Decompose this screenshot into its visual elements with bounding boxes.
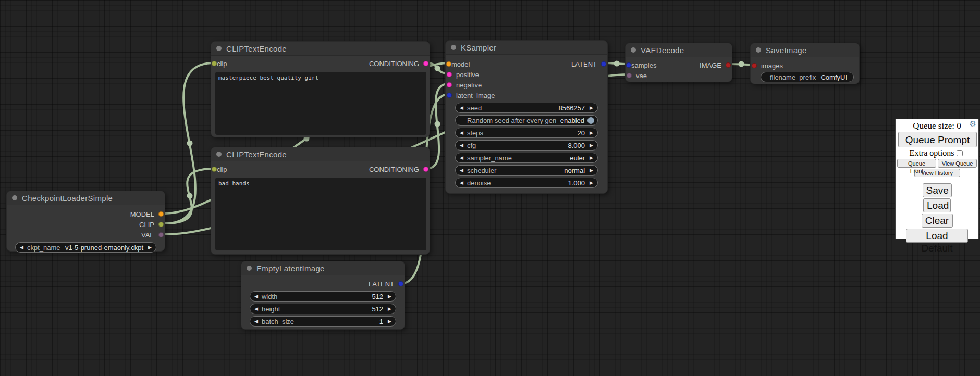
input-port-clip[interactable] (212, 167, 217, 172)
clear-button[interactable]: Clear (922, 214, 953, 228)
node-collapse-dot-icon[interactable] (216, 46, 222, 51)
sampler-name-combo-widget[interactable]: ◀ sampler_name euler ▶ (455, 153, 598, 163)
output-port-model[interactable] (158, 211, 164, 217)
combo-next-icon[interactable]: ▶ (590, 168, 593, 173)
node-clip-text-encode-negative[interactable]: CLIPTextEncode clip CONDITIONING bad han… (211, 147, 430, 255)
increment-icon[interactable]: ▶ (388, 294, 391, 299)
view-history-button[interactable]: View History (914, 169, 960, 177)
scheduler-combo-widget[interactable]: ◀ scheduler normal ▶ (455, 165, 598, 176)
decrement-icon[interactable]: ◀ (460, 143, 463, 148)
input-port-vae[interactable] (627, 73, 632, 78)
output-port-clip[interactable] (158, 222, 164, 227)
node-title-bar[interactable]: SaveImage (751, 43, 859, 57)
decrement-icon[interactable]: ◀ (460, 131, 463, 135)
node-title-bar[interactable]: CLIPTextEncode (211, 147, 430, 161)
ckpt-name-combo-widget[interactable]: ◀ ckpt_name v1-5-pruned-emaonly.ckpt ▶ (15, 242, 156, 253)
load-default-button[interactable]: Load Default (906, 229, 968, 243)
widget-value: 8.000 (568, 142, 585, 149)
node-empty-latent-image[interactable]: EmptyLatentImage LATENT ◀ width 512 ▶ ◀ … (241, 261, 405, 330)
denoise-number-widget[interactable]: ◀ denoise 1.000 ▶ (455, 178, 598, 188)
output-row-clip: CLIP (7, 219, 165, 230)
widget-value: 8566257 (558, 104, 585, 112)
output-port-latent[interactable] (398, 281, 403, 286)
node-title: KSampler (461, 43, 496, 52)
node-collapse-dot-icon[interactable] (216, 152, 222, 157)
decrement-icon[interactable]: ◀ (254, 319, 258, 324)
node-title-bar[interactable]: EmptyLatentImage (241, 261, 405, 275)
view-queue-button[interactable]: View Queue (938, 159, 977, 168)
node-title-bar[interactable]: CheckpointLoaderSimple (7, 191, 165, 205)
negative-prompt-textarea[interactable]: bad hands (215, 178, 426, 250)
output-port-conditioning[interactable] (423, 167, 428, 172)
height-number-widget[interactable]: ◀ height 512 ▶ (250, 304, 396, 314)
widget-label: batch_size (262, 318, 294, 325)
widget-value: 1 (379, 318, 383, 325)
queue-front-button[interactable]: Queue Front (897, 159, 936, 168)
increment-icon[interactable]: ▶ (388, 319, 391, 324)
input-port-model[interactable] (446, 61, 451, 67)
queue-menu-panel: Queue size: 0 ⚙ Queue Prompt Extra optio… (895, 119, 979, 239)
combo-prev-icon[interactable]: ◀ (460, 168, 463, 173)
decrement-icon[interactable]: ◀ (460, 106, 463, 110)
filename-prefix-widget[interactable]: filename_prefix ComfyUI (761, 72, 854, 82)
node-title-bar[interactable]: CLIPTextEncode (211, 42, 430, 56)
combo-prev-icon[interactable]: ◀ (20, 245, 23, 250)
node-collapse-dot-icon[interactable] (631, 47, 636, 53)
load-button[interactable]: Load (923, 198, 951, 212)
node-collapse-dot-icon[interactable] (451, 45, 456, 50)
node-collapse-dot-icon[interactable] (12, 195, 17, 200)
input-label-samples: samples (631, 61, 656, 69)
widget-value: ComfyUI (820, 73, 847, 81)
save-button[interactable]: Save (923, 183, 952, 197)
input-port-clip[interactable] (212, 61, 217, 66)
steps-number-widget[interactable]: ◀ steps 20 ▶ (455, 128, 598, 138)
node-ksampler[interactable]: KSampler model LATENT positive negative (445, 40, 608, 194)
cfg-number-widget[interactable]: ◀ cfg 8.000 ▶ (455, 140, 598, 151)
extra-options-checkbox[interactable] (957, 150, 963, 156)
widget-label: height (262, 305, 280, 313)
seed-number-widget[interactable]: ◀ seed 8566257 ▶ (455, 103, 598, 113)
link-dot (187, 141, 193, 146)
queue-prompt-button[interactable]: Queue Prompt (898, 132, 977, 147)
increment-icon[interactable]: ▶ (590, 131, 593, 135)
node-title-bar[interactable]: KSampler (446, 41, 607, 55)
node-clip-text-encode-positive[interactable]: CLIPTextEncode clip CONDITIONING masterp… (211, 41, 430, 137)
decrement-icon[interactable]: ◀ (254, 294, 258, 299)
node-save-image[interactable]: SaveImage images filename_prefix ComfyUI (750, 43, 860, 84)
random-seed-toggle-widget[interactable]: Random seed after every gen enabled (455, 115, 598, 126)
decrement-icon[interactable]: ◀ (460, 181, 463, 185)
node-collapse-dot-icon[interactable] (756, 47, 761, 53)
node-graph-canvas[interactable]: CheckpointLoaderSimple MODEL CLIP VAE ◀ … (0, 0, 980, 376)
width-number-widget[interactable]: ◀ width 512 ▶ (250, 291, 396, 302)
node-vae-decode[interactable]: VAEDecode samples IMAGE vae (625, 43, 732, 82)
widget-label: denoise (467, 179, 491, 187)
combo-prev-icon[interactable]: ◀ (460, 156, 463, 160)
widget-label: width (262, 293, 277, 300)
toggle-dot-icon[interactable] (587, 117, 594, 124)
output-port-conditioning[interactable] (423, 61, 428, 66)
input-port-images[interactable] (752, 63, 757, 68)
increment-icon[interactable]: ▶ (590, 143, 593, 148)
node-collapse-dot-icon[interactable] (247, 266, 252, 271)
batch-size-number-widget[interactable]: ◀ batch_size 1 ▶ (250, 316, 396, 327)
input-port-positive[interactable] (447, 72, 452, 77)
output-port-image[interactable] (726, 62, 731, 68)
input-port-latent-image[interactable] (447, 93, 452, 98)
input-port-samples[interactable] (626, 62, 631, 68)
combo-next-icon[interactable]: ▶ (590, 156, 593, 160)
positive-prompt-textarea[interactable]: masterpiece best quality girl (215, 72, 426, 135)
widget-value: euler (570, 154, 585, 162)
increment-icon[interactable]: ▶ (590, 106, 593, 110)
combo-next-icon[interactable]: ▶ (148, 245, 152, 250)
decrement-icon[interactable]: ◀ (254, 307, 258, 311)
output-port-vae[interactable] (158, 232, 164, 237)
input-label-latent-image: latent_image (456, 92, 495, 99)
output-port-latent[interactable] (601, 61, 606, 67)
input-port-negative[interactable] (447, 82, 452, 87)
increment-icon[interactable]: ▶ (590, 181, 593, 185)
node-checkpoint-loader-simple[interactable]: CheckpointLoaderSimple MODEL CLIP VAE ◀ … (6, 191, 165, 252)
output-label-latent: LATENT (369, 280, 394, 288)
node-title-bar[interactable]: VAEDecode (626, 43, 732, 57)
settings-gear-icon[interactable]: ⚙ (970, 120, 976, 128)
increment-icon[interactable]: ▶ (388, 307, 391, 311)
